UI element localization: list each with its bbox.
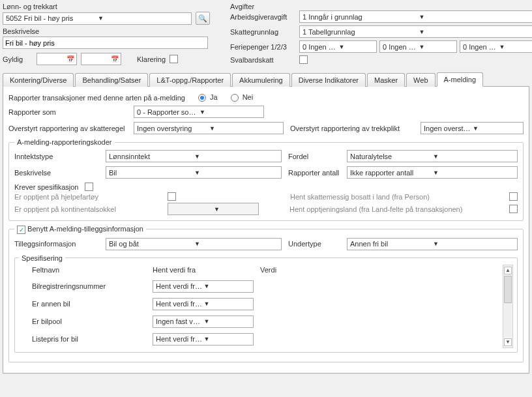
svalbard-checkbox[interactable] <box>299 55 308 64</box>
opptjent-hjelpefartoy-label: Er opptjent på hjelpefartøy <box>14 193 161 201</box>
spec-feltnavn: Listepris for bil <box>32 335 153 343</box>
spec-hent-dropdown[interactable]: Hent verdi fra bil på trans… ▼ <box>153 298 254 310</box>
tab-behandling[interactable]: Behandling/Satser <box>75 73 148 87</box>
chevron-down-icon: ▼ <box>432 153 516 160</box>
overstyrt-skatt-dropdown[interactable]: Ingen overstyring ▼ <box>134 122 284 134</box>
fieldset-tillegg: Benytt A-melding-tilleggsinformasjon Til… <box>8 225 524 362</box>
fordel-label: Fordel <box>288 153 340 160</box>
chevron-down-icon: ▼ <box>498 44 533 50</box>
chevron-down-icon: ▼ <box>208 125 282 132</box>
chevron-down-icon: ▼ <box>193 169 280 176</box>
spec-row: Er bilpool Ingen fast verdi ▼ <box>19 313 503 331</box>
spec-hent-dropdown[interactable]: Hent verdi fra bil på trans… ▼ <box>153 280 254 293</box>
spec-scrollbar[interactable]: ▲ ▼ <box>503 265 513 348</box>
spec-row: Listepris for bil Hent verdi fra bil på … <box>19 331 503 348</box>
spec-hent-dropdown[interactable]: Hent verdi fra bil på trans… ▼ <box>153 333 254 346</box>
fordel-value: Naturalytelse <box>350 153 432 160</box>
tab-amelding[interactable]: A-melding <box>437 72 484 87</box>
undertype-label: Undertype <box>288 240 340 248</box>
opptjent-kontinental-dropdown: ▼ <box>168 203 259 215</box>
hent-bosatt-checkbox[interactable] <box>509 192 518 201</box>
spec-row: Bilregistreringsnummer Hent verdi fra bi… <box>19 278 503 295</box>
skattegrunnlag-value: 1 Tabellgrunnlag <box>303 28 418 36</box>
krever-spes-label: Krever spesifikasjon <box>14 183 78 191</box>
chevron-down-icon: ▼ <box>418 29 533 35</box>
beskrivelse-label: Beskrivelse <box>3 27 221 35</box>
inntektstype-value: Lønnsinntekt <box>109 153 193 160</box>
chevron-down-icon: ▼ <box>432 241 516 247</box>
overstyrt-skatt-value: Ingen overstyring <box>137 125 208 132</box>
chevron-down-icon: ▼ <box>203 336 252 342</box>
scroll-up-icon[interactable]: ▲ <box>504 267 512 274</box>
gyldig-from-date[interactable]: 📅 <box>37 53 77 65</box>
overstyrt-trekk-dropdown[interactable]: Ingen overstyring ▼ <box>421 122 524 134</box>
spec-hent-dropdown[interactable]: Ingen fast verdi ▼ <box>153 316 254 328</box>
chevron-down-icon: ▼ <box>418 44 456 50</box>
gyldig-to-date[interactable]: 📅 <box>81 53 121 65</box>
chevron-down-icon: ▼ <box>338 44 376 50</box>
skattegrunnlag-dropdown[interactable]: 1 Tabellgrunnlag ▼ <box>299 25 532 38</box>
tab-kontering[interactable]: Kontering/Diverse <box>3 73 74 87</box>
rapporter-som-dropdown[interactable]: 0 - Rapporter som inntektsdetalj ▼ <box>134 106 264 118</box>
tab-diverse-indikatorer[interactable]: Diverse Indikatorer <box>291 73 366 87</box>
undertype-value: Annen fri bil <box>350 240 432 248</box>
radio-nei[interactable] <box>231 94 239 102</box>
feriepenger-3-dropdown[interactable]: 0 Ingen oppdatering ▼ <box>460 40 532 53</box>
spec-hent-value: Hent verdi fra bil på trans… <box>156 335 203 343</box>
inntektstype-dropdown[interactable]: Lønnsinntekt ▼ <box>106 150 282 162</box>
lonn-dropdown[interactable]: 5052 Fri bil - høy pris ▼ <box>3 12 192 25</box>
spec-feltnavn: Er annen bil <box>32 300 153 308</box>
chevron-down-icon: ▼ <box>193 153 280 160</box>
fieldset-spesifisering: Spesifisering Feltnavn Hent verdi fra Ve… <box>14 254 518 353</box>
benytt-tillegg-label: Benytt A-melding-tilleggsinformasjon <box>27 225 143 233</box>
hent-opptjeningsland-checkbox[interactable] <box>509 205 518 213</box>
hent-bosatt-label: Hent skattemessig bosatt i land (fra Per… <box>290 193 503 201</box>
overstyrt-skatt-label: Overstyrt rapportering av skatteregel <box>8 125 127 132</box>
scroll-thumb[interactable] <box>504 276 512 303</box>
scroll-down-icon[interactable]: ▼ <box>504 338 512 346</box>
feriepenger-3-value: 0 Ingen oppdatering <box>463 43 498 51</box>
beskrivelse-input[interactable] <box>3 37 208 49</box>
fordel-dropdown[interactable]: Naturalytelse ▼ <box>347 150 518 162</box>
col-hent: Hent verdi fra <box>153 266 260 274</box>
klarering-checkbox[interactable] <box>170 55 178 63</box>
feriepenger-2-dropdown[interactable]: 0 Ingen oppdatering ▼ <box>379 40 457 53</box>
rapporter-som-value: 0 - Rapporter som inntektsdetalj <box>137 108 198 116</box>
rapporter-antall-dropdown[interactable]: Ikke rapporter antall ▼ <box>347 166 518 179</box>
chevron-down-icon: ▼ <box>203 283 252 289</box>
tab-body-amelding: Rapporter transaksjoner med denne arten … <box>3 87 529 374</box>
undertype-dropdown[interactable]: Annen fri bil ▼ <box>347 238 518 250</box>
arbeidsgiveravgift-dropdown[interactable]: 1 Inngår i grunnlag ▼ <box>299 10 532 23</box>
tab-masker[interactable]: Masker <box>367 73 405 87</box>
tilleggsinfo-dropdown[interactable]: Bil og båt ▼ <box>106 238 282 250</box>
radio-ja[interactable] <box>198 94 206 102</box>
chevron-down-icon: ▼ <box>193 241 280 247</box>
chevron-down-icon: ▼ <box>203 301 252 307</box>
krever-spes-checkbox[interactable] <box>85 183 93 191</box>
opptjent-hjelpefartoy-checkbox[interactable] <box>168 192 176 201</box>
fieldset-spesifisering-legend: Spesifisering <box>19 254 65 262</box>
koder-beskrivelse-dropdown[interactable]: Bil ▼ <box>106 166 282 179</box>
benytt-tillegg-checkbox[interactable] <box>17 226 25 234</box>
chevron-down-icon: ▼ <box>96 15 190 22</box>
scroll-track[interactable] <box>504 276 512 337</box>
chevron-down-icon: ▼ <box>213 206 257 213</box>
opptjent-kontinental-label: Er opptjent på kontinentalsokkel <box>14 205 161 213</box>
lonn-dropdown-value: 5052 Fri bil - høy pris <box>6 14 96 22</box>
search-button[interactable]: 🔍 <box>196 12 210 25</box>
chevron-down-icon: ▼ <box>471 125 522 132</box>
arbeidsgiveravgift-label: Arbeidsgiveravgift <box>230 13 295 21</box>
rapporter-antall-label: Rapporter antall <box>288 169 340 177</box>
tab-web[interactable]: Web <box>406 73 435 87</box>
feriepenger-1-dropdown[interactable]: 0 Ingen oppdatering ▼ <box>299 40 377 53</box>
arbeidsgiveravgift-value: 1 Inngår i grunnlag <box>303 13 418 21</box>
fieldset-koder-legend: A-melding-rapporteringskoder <box>14 138 115 146</box>
tab-akkumulering[interactable]: Akkumulering <box>232 73 290 87</box>
overstyrt-trekk-value: Ingen overstyring <box>424 125 471 132</box>
koder-beskrivelse-label: Beskrivelse <box>14 169 99 177</box>
koder-beskrivelse-value: Bil <box>109 169 193 177</box>
tab-ltoppg[interactable]: L&T-oppg./Rapporter <box>149 73 231 87</box>
calendar-icon: 📅 <box>66 55 74 63</box>
radio-ja-label: Ja <box>210 93 218 101</box>
spec-row: Er annen bil Hent verdi fra bil på trans… <box>19 295 503 313</box>
